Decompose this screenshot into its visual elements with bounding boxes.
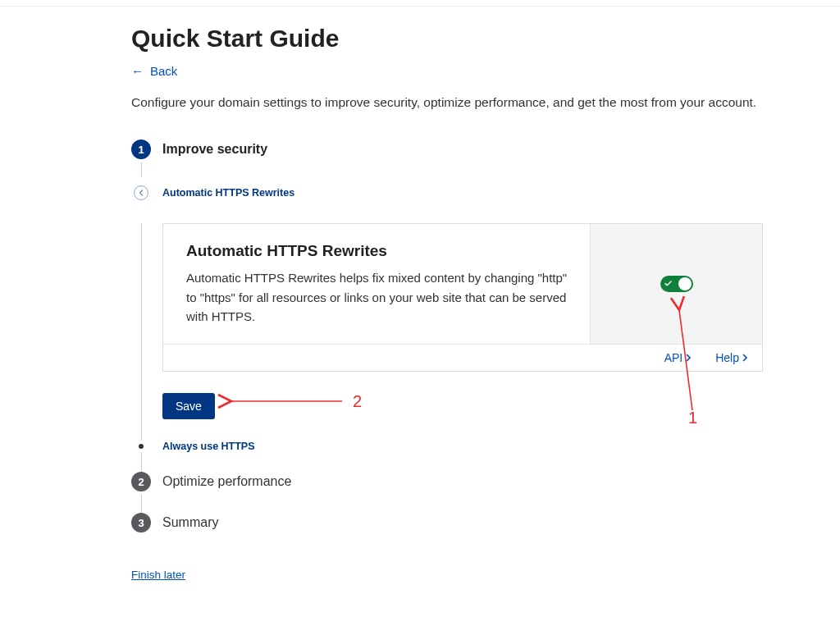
annotation-2-label: 2 [353,392,362,411]
page-title: Quick Start Guide [131,25,763,53]
substep-https-rewrites-row[interactable]: Automatic HTTPS Rewrites [131,185,763,200]
caret-right-icon [686,354,691,362]
chevron-circle-icon [134,185,148,200]
https-rewrites-toggle[interactable] [660,276,693,292]
help-link[interactable]: Help [715,351,747,364]
check-icon [664,280,672,287]
api-link-label: API [664,351,683,364]
substep-always-https-label: Always use HTTPS [162,441,255,452]
step-2-badge: 2 [131,472,151,491]
step-2-row: 2 Optimize performance [131,472,763,491]
step-1-title: Improve security [162,142,267,157]
toggle-knob [678,277,692,290]
page-description: Configure your domain settings to improv… [131,93,763,112]
step-2-title: Optimize performance [162,474,291,489]
https-rewrites-card: Automatic HTTPS Rewrites Automatic HTTPS… [162,223,763,372]
substep-https-rewrites-label: Automatic HTTPS Rewrites [162,187,294,199]
card-toggle-panel [590,224,762,344]
card-footer: API Help [163,344,762,371]
card-description: Automatic HTTPS Rewrites helps fix mixed… [186,268,570,326]
help-link-label: Help [715,351,739,364]
dot-icon [139,444,144,449]
card-title: Automatic HTTPS Rewrites [186,242,570,260]
step-1-badge: 1 [131,139,151,159]
page-container: Quick Start Guide ← Back Configure your … [131,0,763,582]
api-link[interactable]: API [664,351,692,364]
finish-later-link[interactable]: Finish later [131,569,185,581]
step-3-title: Summary [162,515,218,530]
step-1-row: 1 Improve security [131,139,763,159]
step-3-row: 3 Summary [131,513,763,532]
caret-right-icon [742,354,747,362]
arrow-left-icon: ← [131,64,144,78]
back-link[interactable]: ← Back [131,64,177,78]
save-button[interactable]: Save [162,393,215,419]
card-block: Automatic HTTPS Rewrites Automatic HTTPS… [131,223,763,419]
step-3-badge: 3 [131,513,151,532]
back-label: Back [150,64,177,78]
steps-list: 1 Improve security Automatic HTTPS Rewri… [131,139,763,532]
substep-always-https-row[interactable]: Always use HTTPS [131,441,763,452]
annotation-1-label: 1 [688,409,697,427]
